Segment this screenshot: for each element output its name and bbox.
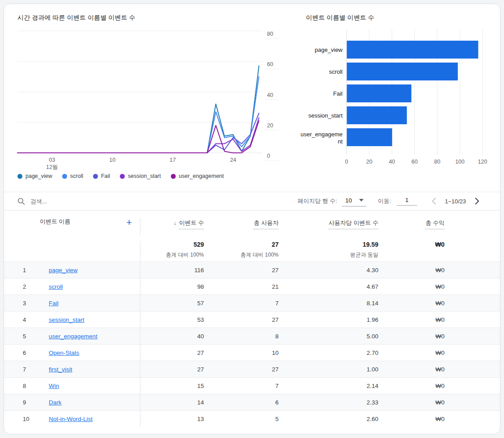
svg-text:20: 20 bbox=[366, 159, 373, 165]
table-row: 4session_start53271.96₩0 bbox=[4, 311, 500, 328]
goto-label: 이동: bbox=[378, 197, 391, 205]
table-row: 5user_engagement4085.00₩0 bbox=[4, 328, 500, 344]
event-name-link[interactable]: Fail bbox=[49, 300, 59, 307]
table-row: 8Win1572.14₩0 bbox=[4, 377, 500, 394]
event-name-link[interactable]: Win bbox=[49, 383, 59, 389]
legend-label: Fail bbox=[101, 173, 110, 179]
bar-chart-plot[interactable]: 020406080100120page_viewscrollFailsessio… bbox=[299, 27, 500, 173]
bar-chart-panel: 이벤트 이름별 이벤트 수 020406080100120page_viewsc… bbox=[299, 4, 500, 192]
event-name-link[interactable]: first_visit bbox=[49, 366, 72, 373]
revenue-cell: ₩0 bbox=[378, 345, 445, 361]
svg-text:80: 80 bbox=[267, 31, 273, 37]
column-header-users[interactable]: 총 사용자 bbox=[204, 218, 279, 229]
row-number: 10 bbox=[4, 416, 44, 422]
add-column-button[interactable]: + bbox=[126, 218, 132, 227]
event-name-link[interactable]: Not-in-Word-List bbox=[49, 416, 93, 422]
prev-page-button[interactable] bbox=[429, 196, 439, 206]
totals-events-per-user: 19.59 평균과 동일 bbox=[279, 241, 378, 259]
bar-user_engagement[interactable] bbox=[347, 128, 392, 146]
totals-events: 529 총계 대비 100% bbox=[140, 241, 204, 261]
legend-item-page_view: page_view bbox=[17, 173, 52, 179]
event-name-cell: Fail bbox=[44, 300, 140, 307]
legend-item-scroll: scroll bbox=[62, 173, 83, 179]
bar-page_view[interactable] bbox=[347, 41, 479, 59]
line-chart-plot[interactable]: 8060402000312월101724 bbox=[4, 27, 296, 173]
events-cell: 27 bbox=[140, 345, 204, 361]
column-header-event-name[interactable]: 이벤트 이름 + bbox=[4, 218, 140, 227]
column-header-revenue[interactable]: 총 수익 bbox=[378, 218, 445, 229]
line-series-scroll[interactable] bbox=[17, 76, 259, 153]
revenue-cell: ₩0 bbox=[378, 378, 445, 394]
revenue-cell: ₩0 bbox=[378, 328, 445, 344]
revenue-cell: ₩0 bbox=[378, 411, 445, 427]
sort-desc-icon: ↓ bbox=[174, 219, 177, 226]
svg-text:Fail: Fail bbox=[333, 90, 343, 97]
column-header-events[interactable]: ↓이벤트 수 bbox=[140, 218, 204, 236]
table-body: 1page_view116274.30₩02scroll98214.67₩03F… bbox=[4, 261, 500, 427]
event-name-cell: Win bbox=[44, 383, 140, 389]
revenue-cell: ₩0 bbox=[378, 361, 445, 377]
bar-scroll[interactable] bbox=[347, 63, 458, 80]
legend-label: session_start bbox=[128, 173, 161, 179]
users-cell: 5 bbox=[204, 411, 279, 427]
bar-Fail[interactable] bbox=[347, 84, 411, 102]
legend-dot-icon bbox=[93, 174, 98, 179]
next-page-button[interactable] bbox=[472, 196, 482, 206]
legend-label: scroll bbox=[70, 173, 83, 179]
column-header-events-per-user[interactable]: 사용자당 이벤트 수 bbox=[279, 218, 378, 229]
svg-text:scroll: scroll bbox=[329, 68, 343, 75]
line-series-user_engagement[interactable] bbox=[17, 121, 259, 153]
event-name-cell: page_view bbox=[44, 267, 140, 274]
event-name-link[interactable]: session_start bbox=[49, 316, 85, 323]
goto-page-input[interactable] bbox=[397, 197, 417, 206]
bar-session_start[interactable] bbox=[347, 106, 407, 124]
users-cell: 10 bbox=[204, 345, 279, 361]
table-header-row: 이벤트 이름 + ↓이벤트 수 총 사용자 사용자당 이벤트 수 총 수익 bbox=[4, 211, 500, 236]
svg-text:session_start: session_start bbox=[308, 112, 343, 119]
event-name-header-label: 이벤트 이름 bbox=[8, 218, 71, 227]
table-totals-row: 529 총계 대비 100% 27 총계 대비 100% 19.59 평균과 동… bbox=[4, 236, 500, 261]
events-cell: 27 bbox=[140, 361, 204, 377]
events-cell: 40 bbox=[140, 328, 204, 344]
report-card: 시간 경과에 따른 이벤트 이름별 이벤트 수 8060402000312월10… bbox=[4, 4, 500, 434]
event-name-link[interactable]: Open-Stats bbox=[49, 350, 79, 356]
search-box[interactable] bbox=[17, 198, 297, 205]
event-name-link[interactable]: page_view bbox=[49, 267, 78, 274]
line-series-session_start[interactable] bbox=[17, 118, 259, 153]
events-per-user-cell: 2.33 bbox=[279, 394, 378, 410]
chevron-right-icon bbox=[474, 197, 480, 205]
users-cell: 7 bbox=[204, 295, 279, 311]
legend-item-user_engagement: user_engagement bbox=[171, 173, 224, 179]
svg-text:60: 60 bbox=[267, 61, 273, 67]
events-per-user-cell: 4.30 bbox=[279, 262, 378, 278]
toolbar-right: 페이지당 행 수: 10 이동: 1~10/2 bbox=[297, 196, 482, 206]
table-row: 1page_view116274.30₩0 bbox=[4, 261, 500, 278]
charts-row: 시간 경과에 따른 이벤트 이름별 이벤트 수 8060402000312월10… bbox=[4, 4, 500, 192]
event-name-cell: Open-Stats bbox=[44, 350, 140, 356]
totals-users: 27 총계 대비 100% bbox=[204, 241, 279, 259]
users-cell: 8 bbox=[204, 328, 279, 344]
event-name-link[interactable]: scroll bbox=[49, 283, 63, 290]
event-name-link[interactable]: user_engagement bbox=[49, 333, 97, 340]
svg-text:0: 0 bbox=[345, 159, 348, 165]
event-name-link[interactable]: Dark bbox=[49, 399, 62, 406]
table-row: 9Dark1462.33₩0 bbox=[4, 394, 500, 410]
revenue-cell: ₩0 bbox=[378, 295, 445, 311]
svg-text:20: 20 bbox=[267, 122, 273, 129]
events-cell: 13 bbox=[140, 411, 204, 427]
line-series-page_view[interactable] bbox=[17, 66, 259, 153]
totals-revenue: ₩0 bbox=[378, 241, 445, 248]
event-name-cell: user_engagement bbox=[44, 333, 140, 340]
svg-text:100: 100 bbox=[455, 159, 465, 165]
row-number: 3 bbox=[4, 300, 44, 307]
table-row: 3Fail5778.14₩0 bbox=[4, 295, 500, 311]
events-table-section: 페이지당 행 수: 10 이동: 1~10/2 bbox=[4, 192, 500, 434]
events-per-user-cell: 2.70 bbox=[279, 345, 378, 361]
svg-text:17: 17 bbox=[169, 157, 176, 163]
search-input[interactable] bbox=[30, 198, 165, 205]
svg-text:60: 60 bbox=[411, 159, 418, 165]
pager: 1~10/23 bbox=[429, 196, 482, 206]
events-per-user-cell: 1.00 bbox=[279, 361, 378, 377]
legend-dot-icon bbox=[171, 174, 176, 179]
rows-per-page-select[interactable]: 10 bbox=[342, 196, 366, 206]
